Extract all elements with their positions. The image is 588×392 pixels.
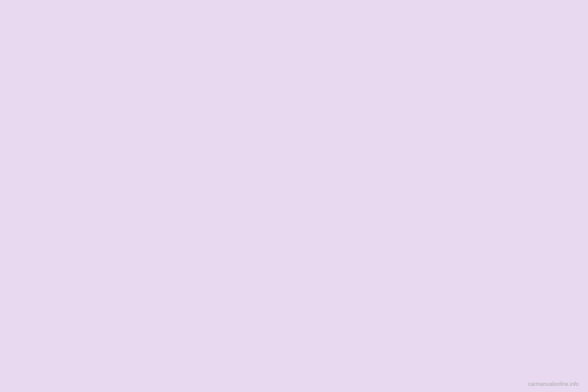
watermark: carmanualonline.info xyxy=(528,381,579,387)
page-background xyxy=(0,0,588,392)
